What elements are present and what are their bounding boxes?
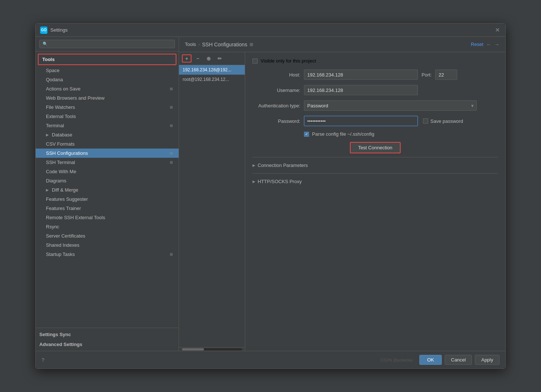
ssh-toolbar: + − ⊕ ✏: [179, 52, 245, 65]
ssh-list: 192.168.234.128@192... root@192.168.234.…: [179, 65, 245, 347]
advanced-settings-item[interactable]: Advanced Settings: [36, 339, 179, 349]
username-row: Username:: [252, 85, 498, 95]
auth-type-select[interactable]: Password Key pair OpenSSH config and aut…: [304, 100, 477, 111]
qodana-label: Qodana: [46, 77, 173, 82]
breadcrumb: Tools › SSH Configurations ⊞: [185, 42, 253, 47]
http-socks-label: HTTP/SOCKS Proxy: [258, 179, 302, 184]
sidebar-item-code-with-me[interactable]: Code With Me: [36, 167, 179, 176]
ssh-list-item[interactable]: 192.168.234.128@192...: [179, 65, 245, 75]
reset-button[interactable]: Reset: [471, 42, 483, 47]
add-ssh-button[interactable]: +: [182, 54, 191, 63]
ssh-list-panel: + − ⊕ ✏ 192.168.234.128@192... root@192.…: [179, 52, 245, 351]
save-password-label: Save password: [430, 118, 463, 124]
sidebar-item-space[interactable]: Space: [36, 66, 179, 75]
sidebar-item-csv-formats[interactable]: CSV Formats: [36, 139, 179, 149]
ok-button[interactable]: OK: [419, 355, 442, 365]
ssh-terminal-label: SSH Terminal: [46, 160, 168, 165]
ssh-configurations-label: SSH Configurations: [46, 150, 168, 156]
sidebar: 🔍 Tools Space Qodana Actions on Save ⊞: [36, 37, 179, 351]
http-socks-header[interactable]: ▶ HTTP/SOCKS Proxy: [252, 177, 498, 186]
username-input[interactable]: [304, 85, 418, 95]
close-button[interactable]: ✕: [494, 26, 501, 34]
settings-sync-item[interactable]: Settings Sync: [36, 329, 179, 339]
startup-tasks-icon: ⊞: [170, 252, 173, 256]
sidebar-item-external-tools[interactable]: External Tools: [36, 112, 179, 121]
sidebar-item-startup-tasks[interactable]: Startup Tasks ⊞: [36, 250, 179, 259]
diff-merge-label: Diff & Merge: [52, 187, 173, 193]
dialog-footer: ? CSDN @polarday. OK Cancel Apply: [36, 351, 505, 368]
visible-only-checkbox[interactable]: [252, 58, 258, 64]
back-button[interactable]: ←: [486, 42, 491, 47]
sidebar-item-ssh-configurations[interactable]: SSH Configurations ⊞: [36, 149, 179, 158]
remote-ssh-label: Remote SSH External Tools: [46, 215, 173, 220]
sidebar-item-tools-label: Tools: [42, 57, 172, 62]
sidebar-item-server-certificates[interactable]: Server Certificates: [36, 231, 179, 240]
shared-indexes-label: Shared Indexes: [46, 242, 173, 248]
header-actions: Reset ← →: [471, 42, 499, 47]
http-socks-arrow: ▶: [252, 179, 255, 183]
search-input[interactable]: [50, 41, 172, 47]
footer-right: CSDN @polarday. OK Cancel Apply: [377, 355, 499, 365]
parse-config-label: Parse config file ~/.ssh/config: [312, 131, 374, 137]
ssh-form: Visible only for this project Host: Port…: [245, 52, 505, 351]
save-password-checkbox[interactable]: [423, 118, 428, 124]
connection-params-label: Connection Parameters: [258, 163, 308, 168]
sidebar-item-ssh-terminal[interactable]: SSH Terminal ⊞: [36, 158, 179, 167]
diff-merge-arrow: ▶: [46, 188, 49, 192]
password-label: Password:: [252, 118, 300, 124]
terminal-icon: ⊞: [170, 124, 173, 128]
host-input[interactable]: [304, 70, 418, 80]
features-suggester-label: Features Suggester: [46, 196, 173, 202]
ssh-scrollbar[interactable]: [179, 347, 245, 351]
forward-button[interactable]: →: [494, 42, 499, 47]
sidebar-item-features-trainer[interactable]: Features Trainer: [36, 204, 179, 213]
edit-ssh-button[interactable]: ✏: [215, 54, 225, 63]
parse-config-checkbox[interactable]: [304, 132, 309, 137]
sidebar-item-diff-merge[interactable]: ▶ Diff & Merge: [36, 185, 179, 195]
sidebar-item-qodana[interactable]: Qodana: [36, 75, 179, 84]
sidebar-item-database[interactable]: ▶ Database: [36, 130, 179, 139]
help-button[interactable]: ?: [42, 357, 44, 363]
ssh-list-item[interactable]: root@192.168.234.12...: [179, 75, 245, 84]
window-title: Settings: [50, 27, 68, 33]
terminal-label: Terminal: [46, 123, 168, 128]
password-row: Password: Save password: [252, 116, 498, 126]
sidebar-item-terminal[interactable]: Terminal ⊞: [36, 121, 179, 130]
sidebar-item-features-suggester[interactable]: Features Suggester: [36, 195, 179, 204]
copy-ssh-button[interactable]: ⊕: [204, 54, 214, 63]
visible-only-label: Visible only for this project: [261, 58, 316, 64]
apply-button[interactable]: Apply: [475, 355, 499, 365]
test-connection-button[interactable]: Test Connection: [350, 142, 400, 153]
diagrams-label: Diagrams: [46, 178, 173, 183]
database-label: Database: [52, 132, 173, 138]
username-label: Username:: [252, 88, 300, 93]
sidebar-item-diagrams[interactable]: Diagrams: [36, 176, 179, 185]
server-certificates-label: Server Certificates: [46, 233, 173, 239]
auth-type-select-wrap: Password Key pair OpenSSH config and aut…: [304, 100, 477, 111]
sidebar-item-remote-ssh[interactable]: Remote SSH External Tools: [36, 213, 179, 222]
password-input[interactable]: [304, 116, 418, 126]
remove-ssh-button[interactable]: −: [193, 54, 203, 63]
port-input[interactable]: [435, 70, 457, 80]
auth-type-row: Authentication type: Password Key pair O…: [252, 100, 498, 111]
sidebar-item-rsync[interactable]: Rsync: [36, 222, 179, 231]
cancel-button[interactable]: Cancel: [445, 355, 472, 365]
sidebar-item-tools[interactable]: Tools: [38, 54, 176, 65]
ssh-area: + − ⊕ ✏ 192.168.234.128@192... root@192.…: [179, 52, 505, 351]
sidebar-item-web-browsers[interactable]: Web Browsers and Preview: [36, 93, 179, 103]
scrollbar-thumb: [182, 348, 204, 350]
external-tools-label: External Tools: [46, 114, 173, 119]
ssh-configurations-icon: ⊞: [170, 151, 173, 155]
connection-params-header[interactable]: ▶ Connection Parameters: [252, 161, 498, 170]
code-with-me-label: Code With Me: [46, 169, 173, 174]
sidebar-item-actions-on-save[interactable]: Actions on Save ⊞: [36, 84, 179, 93]
save-password-wrap: Save password: [423, 118, 463, 124]
http-socks-section: ▶ HTTP/SOCKS Proxy: [252, 173, 498, 186]
sidebar-item-shared-indexes[interactable]: Shared Indexes: [36, 240, 179, 250]
sidebar-list: Tools Space Qodana Actions on Save ⊞ Web…: [36, 51, 179, 328]
scrollbar-track: [182, 348, 242, 350]
title-bar: GO Settings ✕: [36, 24, 505, 37]
connection-params-section: ▶ Connection Parameters: [252, 157, 498, 170]
sidebar-item-file-watchers[interactable]: File Watchers ⊞: [36, 103, 179, 112]
app-icon: GO: [40, 26, 47, 34]
